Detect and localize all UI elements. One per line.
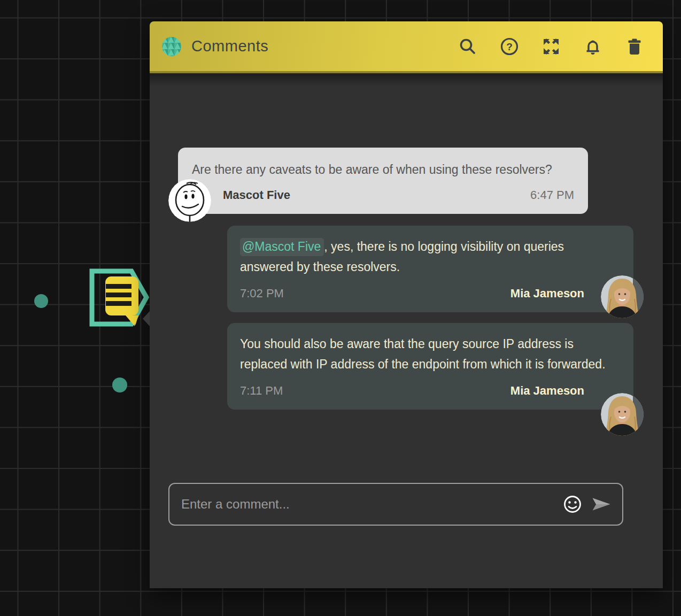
comment-marker-shape[interactable] <box>92 271 146 326</box>
comment-input[interactable] <box>181 497 554 512</box>
message-text: @Mascot Five, yes, there is no logging v… <box>240 236 621 277</box>
send-icon[interactable] <box>591 494 612 514</box>
trash-icon[interactable] <box>624 36 645 57</box>
help-icon[interactable]: ? <box>499 36 520 57</box>
panel-callout-arrow <box>143 311 150 326</box>
mention-link[interactable]: @Mascot Five <box>240 238 324 256</box>
connector-dot <box>34 294 48 308</box>
header-shadow <box>150 73 663 86</box>
message-footer: 7:11 PM Mia Jameson <box>240 381 621 401</box>
author-name: Mascot Five <box>223 185 290 205</box>
message-footer: Mascot Five 6:47 PM <box>192 185 574 205</box>
comment-bubble-icon <box>105 276 138 326</box>
message-time: 6:47 PM <box>530 185 574 205</box>
author-name: Mia Jameson <box>510 381 584 401</box>
comment-message: Are there any caveats to be aware of whe… <box>178 148 588 214</box>
app-logo-icon <box>161 36 182 57</box>
connector-dot <box>112 378 127 392</box>
comment-composer <box>168 483 623 526</box>
message-time: 7:11 PM <box>240 381 283 401</box>
avatar-mia-jameson <box>601 393 644 436</box>
emoji-icon[interactable] <box>562 494 583 514</box>
svg-text:?: ? <box>506 41 513 52</box>
author-name: Mia Jameson <box>510 283 584 304</box>
header-actions: ? <box>458 36 645 57</box>
search-icon[interactable] <box>458 36 478 57</box>
message-text: You should also be aware that the query … <box>240 334 621 374</box>
panel-title: Comments <box>191 37 458 55</box>
comment-message: @Mascot Five, yes, there is no logging v… <box>227 226 633 312</box>
notifications-icon[interactable] <box>583 36 603 57</box>
message-footer: 7:02 PM Mia Jameson <box>240 283 621 304</box>
message-text: Are there any caveats to be aware of whe… <box>192 159 574 180</box>
avatar-mia-jameson <box>601 275 644 318</box>
message-time: 7:02 PM <box>240 283 284 304</box>
avatar-mascot <box>168 179 211 222</box>
expand-icon[interactable] <box>541 36 561 57</box>
comment-message: You should also be aware that the query … <box>227 323 633 410</box>
panel-header: Comments ? <box>150 21 663 73</box>
comments-panel: Comments ? <box>150 21 663 588</box>
